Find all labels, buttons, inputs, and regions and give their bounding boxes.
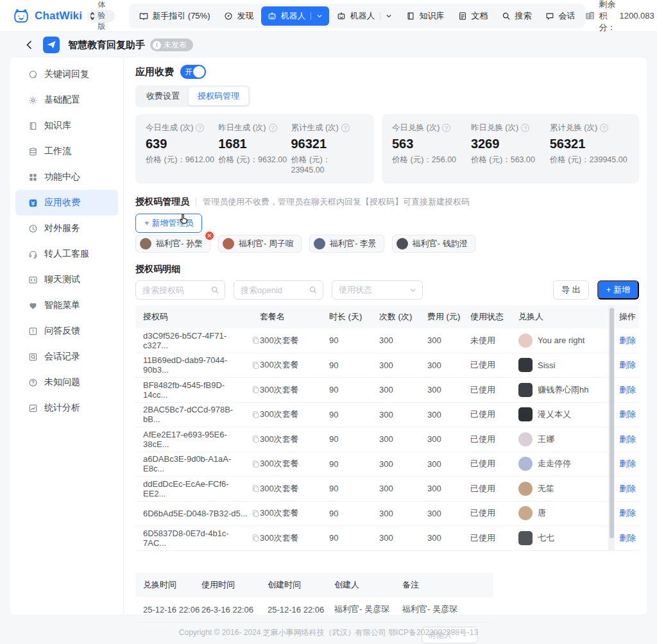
add-admin-button[interactable]: + 新增管理员 bbox=[135, 214, 202, 233]
nav-item-robot[interactable]: 机器人 bbox=[330, 6, 398, 26]
delete-link[interactable]: 删除 bbox=[619, 434, 636, 445]
copy-icon[interactable] bbox=[252, 484, 260, 493]
times: 300 bbox=[379, 410, 427, 419]
delete-link[interactable]: 删除 bbox=[619, 458, 636, 470]
admin-chip[interactable]: 福利官- 孙檠 ✕ bbox=[135, 235, 210, 253]
table-row: a6DABc3E-9d0b-A1aA-E8c... 300次套餐 90 300 … bbox=[135, 452, 639, 477]
admin-chip[interactable]: 福利官- 周子喧 bbox=[218, 235, 302, 253]
sidebar-item-unknown-questions[interactable]: 未知问题 bbox=[15, 369, 118, 395]
copy-icon[interactable] bbox=[252, 509, 260, 518]
status-select[interactable]: 使用状态 bbox=[332, 280, 423, 300]
delete-link[interactable]: 删除 bbox=[619, 409, 636, 420]
sidebar-item-human-agent[interactable]: 转人工客服 bbox=[15, 241, 118, 267]
nav-item-knowledge[interactable]: 知识库 bbox=[400, 6, 450, 26]
table-row: 11B69edD-dab9-7044-90b3... 300次套餐 90 300… bbox=[135, 353, 639, 378]
robot-icon bbox=[337, 12, 346, 21]
chevron-down-icon[interactable] bbox=[316, 13, 323, 19]
version-badge-label: 体验版 bbox=[98, 0, 109, 32]
statistics-icon bbox=[28, 403, 38, 413]
nav-item-search[interactable]: 搜索 bbox=[495, 6, 538, 26]
add-code-button[interactable]: + 新增 bbox=[597, 280, 639, 300]
times: 300 bbox=[379, 360, 427, 370]
help-icon[interactable]: ? bbox=[196, 124, 204, 132]
remove-admin-icon[interactable]: ✕ bbox=[204, 230, 215, 241]
nav-item-robot-active[interactable]: 机器人 bbox=[261, 6, 329, 26]
copy-icon[interactable] bbox=[252, 435, 260, 443]
nav-item-sessions[interactable]: 会话 bbox=[539, 6, 581, 26]
scrollbar-thumb[interactable] bbox=[610, 308, 614, 538]
stat-label: 累计兑换 (次) bbox=[550, 123, 597, 133]
sidebar-item-basic-config[interactable]: 基础配置 bbox=[15, 87, 118, 113]
help-icon[interactable]: ? bbox=[521, 124, 529, 132]
billing-toggle[interactable]: 开 bbox=[180, 65, 206, 79]
billing-tabs: 收费设置 授权码管理 bbox=[135, 85, 250, 107]
sidebar-item-statistics[interactable]: 统计分析 bbox=[15, 395, 118, 421]
stat-label: 今日兑换 (次) bbox=[392, 123, 439, 133]
help-icon[interactable]: ? bbox=[341, 124, 350, 132]
admin-chip[interactable]: 福利官- 李景 bbox=[309, 235, 384, 253]
copy-icon[interactable] bbox=[252, 386, 260, 394]
copy-icon[interactable] bbox=[252, 336, 260, 344]
sidebar-item-smart-menu[interactable]: 智能菜单 bbox=[15, 292, 118, 318]
search-code-field bbox=[135, 280, 225, 300]
auth-code: AfEe2E17-e693-95E6-38cE... bbox=[143, 430, 248, 449]
help-icon[interactable]: ? bbox=[269, 124, 277, 132]
auth-code: a6DABc3E-9d0b-A1aA-E8c... bbox=[143, 454, 248, 473]
export-button[interactable]: 导 出 bbox=[553, 280, 589, 300]
chevron-down-icon[interactable] bbox=[386, 13, 392, 19]
sidebar-item-workflow[interactable]: 工作流 bbox=[15, 139, 118, 164]
delete-link[interactable]: 删除 bbox=[619, 507, 636, 519]
search-icon[interactable] bbox=[210, 285, 219, 294]
avatar bbox=[518, 432, 533, 446]
avatar bbox=[140, 238, 151, 250]
nav-item-docs[interactable]: 文档 bbox=[452, 6, 494, 26]
sidebar-item-external-service[interactable]: 对外服务 bbox=[15, 216, 118, 241]
delete-link[interactable]: 删除 bbox=[619, 335, 636, 346]
stat-yesterday-generate: 昨日生成 (次)? 1681 价格 (元)：9632.00 bbox=[218, 123, 291, 174]
sidebar-item-chat-test[interactable]: 聊天测试 bbox=[15, 267, 118, 292]
footer-copyright: Copyright © 2016- 2024 芝麻小事网络科技（武汉）有限公司 … bbox=[0, 627, 657, 638]
sidebar-item-knowledge[interactable]: 知识库 bbox=[15, 113, 118, 139]
nav-label: 机器人 bbox=[280, 10, 305, 22]
delete-link[interactable]: 删除 bbox=[619, 483, 636, 495]
use-time: 26-3-16 22:06 bbox=[201, 605, 268, 614]
sidebar-item-qa-feedback[interactable]: 问答反馈 bbox=[15, 318, 118, 344]
days: 90 bbox=[329, 360, 379, 370]
help-icon[interactable]: ? bbox=[600, 124, 608, 132]
nav-item-guide[interactable]: 新手指引 (75%) bbox=[133, 6, 216, 26]
brand[interactable]: ChatWiki ◆ 体验版 bbox=[13, 8, 115, 24]
delete-link[interactable]: 删除 bbox=[619, 532, 636, 544]
nav-item-discover[interactable]: 发现 bbox=[218, 6, 260, 26]
copy-icon[interactable] bbox=[252, 361, 260, 369]
times: 300 bbox=[379, 509, 427, 518]
sidebar-item-feature-center[interactable]: 功能中心 bbox=[15, 164, 118, 190]
stat-value: 56321 bbox=[550, 137, 629, 151]
delete-link[interactable]: 删除 bbox=[619, 384, 636, 396]
sidebar: 关键词回复 基础配置 知识库 工作流 功能中心 应用收费 对外服务 转人工客服 bbox=[10, 58, 124, 614]
help-icon[interactable]: ? bbox=[442, 124, 450, 132]
fee: 300 bbox=[427, 385, 470, 394]
avatar bbox=[314, 238, 325, 250]
sidebar-item-keyword-reply[interactable]: 关键词回复 bbox=[15, 62, 118, 87]
copy-icon[interactable] bbox=[252, 411, 260, 419]
chat-icon bbox=[545, 12, 554, 21]
search-icon[interactable] bbox=[309, 285, 318, 294]
redeem-stats-card: 今日兑换 (次)? 563 价格 (元)：256.00 昨日兑换 (次)? 32… bbox=[382, 114, 639, 183]
sidebar-item-label: 关键词回复 bbox=[44, 69, 89, 80]
stat-price: 价格 (元)：9612.00 bbox=[146, 155, 218, 165]
admin-chip[interactable]: 福利官- 钱韵澄 bbox=[392, 235, 475, 253]
back-button[interactable] bbox=[24, 40, 35, 50]
plan-name: 300次套餐 bbox=[260, 384, 329, 396]
tab-authcode-management[interactable]: 授权码管理 bbox=[189, 87, 248, 105]
keyword-reply-icon bbox=[28, 69, 38, 80]
feedback-icon bbox=[28, 326, 38, 336]
sidebar-item-session-log[interactable]: 会话记录 bbox=[15, 344, 118, 369]
plan-name: 300次套餐 bbox=[260, 409, 329, 420]
sidebar-item-app-billing[interactable]: 应用收费 bbox=[15, 190, 118, 216]
delete-link[interactable]: 删除 bbox=[619, 359, 636, 371]
copy-icon[interactable] bbox=[252, 460, 260, 468]
tab-charge-settings[interactable]: 收费设置 bbox=[137, 87, 189, 105]
auth-code: 6D6bAd5E-D048-7B32-d5... bbox=[143, 509, 248, 518]
copy-icon[interactable] bbox=[252, 534, 260, 542]
gear-icon bbox=[28, 95, 38, 105]
